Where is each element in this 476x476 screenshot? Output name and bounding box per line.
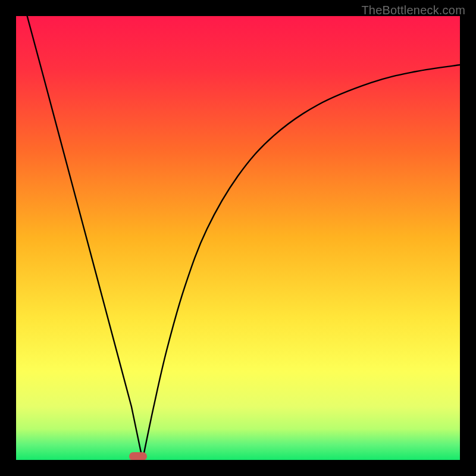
chart-background (16, 16, 460, 460)
watermark-text: TheBottleneck.com (361, 4, 465, 17)
chart-svg (16, 16, 460, 460)
highlight-marker (129, 452, 147, 460)
chart-plot-area (16, 16, 460, 460)
